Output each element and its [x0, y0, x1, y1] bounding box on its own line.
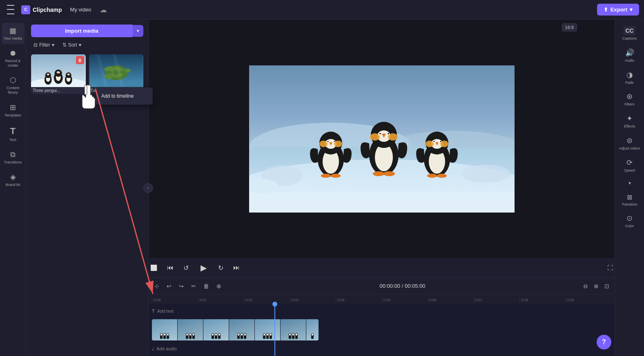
- magnet-tool-button[interactable]: ⊹: [152, 281, 162, 291]
- svg-point-47: [334, 141, 342, 147]
- clip-frame-2: [178, 319, 203, 340]
- ratio-badge-area: 16:9: [560, 25, 579, 30]
- right-tool-audio[interactable]: 🔊 Audio: [617, 45, 643, 66]
- redo-button[interactable]: ↪: [176, 281, 186, 291]
- right-tool-effects[interactable]: ✦ Effects: [617, 111, 643, 132]
- svg-point-15: [47, 75, 49, 76]
- delete-button[interactable]: 🗑: [201, 281, 212, 291]
- svg-point-52: [321, 174, 331, 178]
- forward-5s-button[interactable]: ↻: [216, 262, 225, 273]
- audio-icon: 🔊: [625, 48, 634, 57]
- sort-icon: ⇅: [62, 42, 67, 48]
- timeline-toolbar: ⊹ ↩ ↪ ✂ 🗑 ⊕ 00:00:00 / 00:05:00 ⊖ ⊕ ⊡: [149, 278, 615, 294]
- sidebar-item-text[interactable]: T Text: [2, 123, 25, 146]
- clip-frame-6: [281, 319, 306, 340]
- undo-button[interactable]: ↩: [164, 281, 174, 291]
- brand-logo[interactable]: C Clipchamp: [21, 5, 62, 14]
- zoom-out-button[interactable]: ⊖: [581, 282, 590, 290]
- video-clip[interactable]: [152, 319, 319, 340]
- speed-icon: ⟳: [626, 158, 633, 167]
- media-item-penguins[interactable]: Three pengui... 🗑: [31, 54, 86, 94]
- svg-point-79: [437, 174, 447, 178]
- right-tool-fade[interactable]: ◑ Fade: [617, 67, 643, 88]
- fade-icon: ◑: [626, 70, 633, 79]
- skip-back-button[interactable]: ⏮: [165, 262, 175, 273]
- right-tool-transition[interactable]: ⊠ Transition: [617, 190, 643, 210]
- svg-point-78: [427, 174, 437, 178]
- effects-icon: ✦: [626, 114, 633, 123]
- filter-chevron: ▾: [52, 42, 54, 48]
- video-controls: ⬜ ⏮ ↺ ▶ ↻ ⏭ ⛶: [149, 258, 615, 278]
- skip-forward-button[interactable]: ⏭: [232, 262, 241, 273]
- rewind-5s-button[interactable]: ↺: [182, 262, 190, 273]
- right-tool-speed[interactable]: ⟳ Speed: [617, 155, 643, 176]
- ruler-mark-2: 0:02: [244, 298, 290, 303]
- delete-penguins-button[interactable]: 🗑: [76, 56, 84, 64]
- captions-toggle-button[interactable]: ⬜: [149, 263, 159, 273]
- your-media-icon: ▦: [9, 26, 16, 35]
- transitions-icon: ⧉: [10, 150, 16, 159]
- ruler-mark-3: 0:03: [290, 298, 336, 303]
- text-track[interactable]: T Add text: [149, 305, 615, 317]
- audio-track[interactable]: ♩ Add audio: [149, 343, 615, 354]
- add-media-button[interactable]: ⊕: [214, 281, 224, 291]
- timeline: ⊹ ↩ ↪ ✂ 🗑 ⊕ 00:00:00 / 00:05:00 ⊖ ⊕ ⊡ 0:…: [149, 278, 615, 356]
- ratio-badge[interactable]: 16:9: [562, 23, 577, 31]
- right-tool-expand[interactable]: ▾: [617, 177, 643, 189]
- menu-button[interactable]: [5, 4, 16, 16]
- ruler-mark-7: 0:07: [474, 298, 520, 303]
- transition-icon: ⊠: [627, 193, 632, 201]
- import-dropdown-button[interactable]: ▾: [132, 25, 143, 37]
- context-menu-add-timeline[interactable]: Add to timeline: [96, 90, 153, 102]
- sidebar-item-brand-kit[interactable]: ◈ Brand kit: [2, 169, 25, 190]
- timeline-playhead[interactable]: [274, 304, 275, 356]
- svg-point-76: [433, 141, 435, 142]
- svg-point-73: [440, 141, 448, 147]
- sidebar-item-record[interactable]: ⏺ Record & create: [2, 46, 25, 71]
- captions-icon: CC: [624, 26, 635, 35]
- filter-sort-row: ⊟ Filter ▾ ⇅ Sort ▾: [31, 40, 143, 49]
- adjust-colors-icon: ⊜: [626, 136, 633, 145]
- color-icon: ⊙: [626, 214, 633, 223]
- record-icon: ⏺: [9, 49, 17, 58]
- add-text-label: Add text: [157, 309, 174, 313]
- filter-icon: ⊟: [33, 42, 38, 48]
- sidebar-item-transitions[interactable]: ⧉ Transitions: [2, 147, 25, 168]
- right-tool-filters[interactable]: ⊛ Filters: [617, 89, 643, 110]
- clip-frame-7: [306, 319, 319, 340]
- clip-frame-5: [255, 319, 280, 340]
- right-tool-adjust-colors[interactable]: ⊜ Adjust colors: [617, 133, 643, 154]
- media-thumb-turtle: [89, 54, 144, 87]
- sidebar-item-content-library[interactable]: ⬡ Content library: [2, 72, 25, 98]
- svg-point-50: [327, 141, 328, 142]
- play-button[interactable]: ▶: [197, 261, 210, 274]
- import-media-button[interactable]: Import media: [31, 25, 132, 37]
- svg-point-64: [388, 133, 389, 134]
- svg-point-51: [334, 141, 335, 142]
- left-sidebar: ▦ Your media ⏺ Record & create ⬡ Content…: [0, 20, 26, 356]
- ruler-mark-8: 0:08: [519, 298, 566, 303]
- export-button[interactable]: ⬆ Export ▾: [597, 4, 639, 16]
- center-area: 16:9: [149, 20, 615, 356]
- zoom-in-button[interactable]: ⊕: [592, 282, 601, 290]
- fit-button[interactable]: ⊡: [602, 282, 611, 290]
- sort-button[interactable]: ⇅ Sort ▾: [60, 40, 84, 49]
- clip-frame-4: [229, 319, 254, 340]
- cut-button[interactable]: ✂: [189, 281, 198, 291]
- fullscreen-button[interactable]: ⛶: [606, 263, 615, 273]
- sidebar-item-templates[interactable]: ⊞ Templates: [2, 100, 25, 121]
- sidebar-item-your-media[interactable]: ▦ Your media: [2, 23, 25, 44]
- svg-rect-37: [249, 192, 515, 213]
- svg-point-24: [125, 69, 130, 73]
- video-title[interactable]: My video: [67, 5, 95, 14]
- right-tool-color[interactable]: ⊙ Color: [617, 210, 643, 232]
- add-audio-label: Add audio: [156, 346, 177, 351]
- help-button[interactable]: ?: [597, 335, 611, 349]
- right-tool-captions[interactable]: CC Captions: [617, 23, 643, 44]
- timeline-tracks: T Add text: [149, 304, 615, 356]
- svg-point-77: [440, 141, 441, 142]
- svg-point-22: [108, 71, 112, 74]
- panel-collapse-button[interactable]: ‹: [143, 183, 153, 193]
- filter-button[interactable]: ⊟ Filter ▾: [31, 40, 57, 49]
- svg-point-72: [426, 141, 434, 147]
